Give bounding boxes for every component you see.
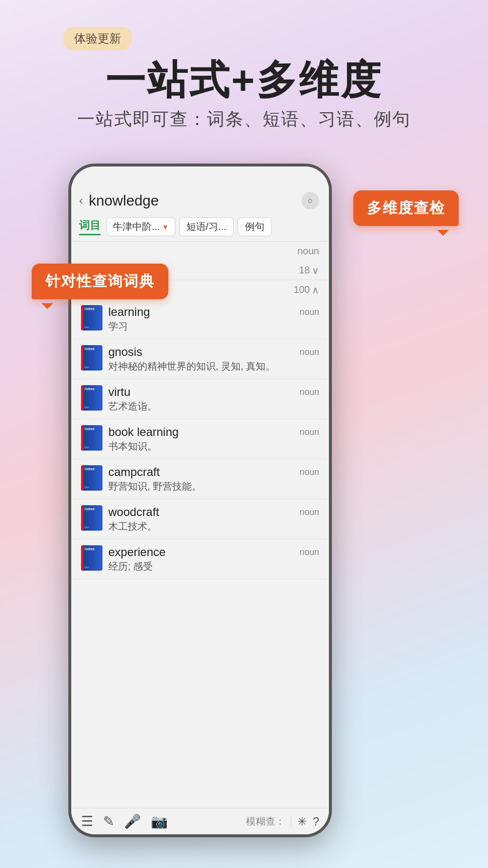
word-chinese-booklearning: 书本知识。 [108,440,294,453]
word-pos-learning: noun [300,305,319,317]
chevron-down-icon: ▼ [162,223,169,231]
chevron-up-icon-guess: ∧ [312,284,319,296]
word-pos-campcraft: noun [300,465,319,477]
noun-row: noun [71,242,329,261]
word-chinese-gnosis: 对神秘的精神世界的知识, 灵知, 真知。 [108,360,294,373]
tab-examples[interactable]: 例句 [238,217,272,236]
book-subtitle: Dict [84,406,102,409]
tab-bar: 词目 牛津中阶... ▼ 短语/习... 例句 [71,214,329,241]
bottom-toolbar: ☰ ✎ 🎤 📷 模糊查： ✳ ? [71,808,329,834]
edit-icon[interactable]: ✎ [103,813,114,829]
book-icon: Oxford Dict [81,505,102,531]
word-english-campcraft: campcraft [108,465,294,479]
word-content-booklearning: book learning 书本知识。 [108,425,294,453]
word-content-woodcraft: woodcraft 木工技术。 [108,505,294,533]
word-chinese-virtu: 艺术造诣。 [108,400,294,413]
guess-section-count[interactable]: 100 ∧ [294,284,319,296]
word-pos-booklearning: noun [300,425,319,437]
book-title: Oxford [84,387,102,391]
fuzzy-search-label: 模糊查： [246,815,285,828]
word-content-campcraft: campcraft 野营知识, 野营技能。 [108,465,294,493]
toolbar-divider [291,816,291,827]
word-english-experience: experience [108,545,294,559]
list-item[interactable]: Oxford Dict book learning 书本知识。 noun [71,419,329,459]
word-content-experience: experience 经历; 感受 [108,545,294,573]
book-title: Oxford [84,427,102,431]
tab-phrases-label: 短语/习... [186,221,226,232]
book-subtitle: Dict [84,366,102,369]
word-pos-woodcraft: noun [300,505,319,517]
word-english-booklearning: book learning [108,425,294,439]
back-arrow-icon[interactable]: ‹ [79,194,83,207]
chevron-down-icon-similar: ∨ [312,265,319,276]
book-subtitle: Dict [84,326,102,329]
list-icon[interactable]: ☰ [81,813,93,829]
tab-entries[interactable]: 词目 [79,218,101,235]
word-english-virtu: virtu [108,385,294,399]
word-english-learning: learning [108,305,294,319]
book-title: Oxford [84,307,102,310]
guess-count-value: 100 [294,284,310,295]
book-title: Oxford [84,467,102,471]
book-icon: Oxford Dict [81,305,102,331]
hero-subtitle: 一站式即可查：词条、短语、习语、例句 [0,107,488,131]
tab-dictionary-dropdown[interactable]: 牛津中阶... ▼ [106,217,175,236]
toolbar-right: 模糊查： ✳ ? [246,815,319,828]
word-pos-virtu: noun [300,385,319,397]
search-circle-icon[interactable]: ○ [302,192,319,209]
book-subtitle: Dict [84,526,102,529]
book-icon: Oxford Dict [81,385,102,411]
book-icon: Oxford Dict [81,465,102,491]
list-item[interactable]: Oxford Dict experience 经历; 感受 noun [71,539,329,579]
word-english-gnosis: gnosis [108,345,294,359]
callout-targeted-search: 针对性查询词典 [32,264,168,299]
mic-icon[interactable]: 🎤 [124,813,141,829]
status-bar [71,166,329,188]
word-content-learning: learning 学习 [108,305,294,333]
list-item[interactable]: Oxford Dict gnosis 对神秘的精神世界的知识, 灵知, 真知。 … [71,339,329,379]
search-term-text: knowledge [89,192,302,209]
word-chinese-campcraft: 野营知识, 野营技能。 [108,480,294,493]
camera-icon[interactable]: 📷 [151,813,168,829]
header-row: ‹ knowledge ○ [71,188,329,214]
book-subtitle: Dict [84,486,102,489]
word-english-woodcraft: woodcraft [108,505,294,519]
word-pos-experience: noun [300,545,319,558]
book-title: Oxford [84,507,102,511]
book-icon: Oxford Dict [81,545,102,571]
top-badge: 体验更新 [63,27,132,50]
word-content-virtu: virtu 艺术造诣。 [108,385,294,413]
list-item[interactable]: Oxford Dict campcraft 野营知识, 野营技能。 noun [71,459,329,499]
book-icon: Oxford Dict [81,345,102,371]
word-chinese-woodcraft: 木工技术。 [108,520,294,533]
book-icon: Oxford Dict [81,425,102,451]
toolbar-left-icons: ☰ ✎ 🎤 📷 [81,813,246,829]
help-icon[interactable]: ? [313,815,319,828]
word-chinese-experience: 经历; 感受 [108,560,294,573]
book-title: Oxford [84,547,102,551]
tab-dictionary-label: 牛津中阶... [113,220,160,233]
word-pos-gnosis: noun [300,345,319,357]
list-item[interactable]: Oxford Dict woodcraft 木工技术。 noun [71,499,329,539]
tab-phrases[interactable]: 短语/习... [179,217,234,236]
word-list: Oxford Dict learning 学习 noun Oxford Dict… [71,299,329,808]
callout-multidimensional: 多维度查检 [353,190,459,226]
book-subtitle: Dict [84,446,102,449]
book-title: Oxford [84,347,102,351]
hero-title: 一站式+多维度 [0,54,488,107]
pos-label: noun [298,246,320,257]
similar-words-count[interactable]: 18 ∨ [299,265,319,276]
word-content-gnosis: gnosis 对神秘的精神世界的知识, 灵知, 真知。 [108,345,294,373]
list-item[interactable]: Oxford Dict learning 学习 noun [71,299,329,339]
star-icon[interactable]: ✳ [297,815,307,828]
book-subtitle: Dict [84,566,102,569]
similar-count-value: 18 [299,265,310,276]
list-item[interactable]: Oxford Dict virtu 艺术造诣。 noun [71,379,329,419]
tab-examples-label: 例句 [245,221,264,232]
word-chinese-learning: 学习 [108,320,294,333]
